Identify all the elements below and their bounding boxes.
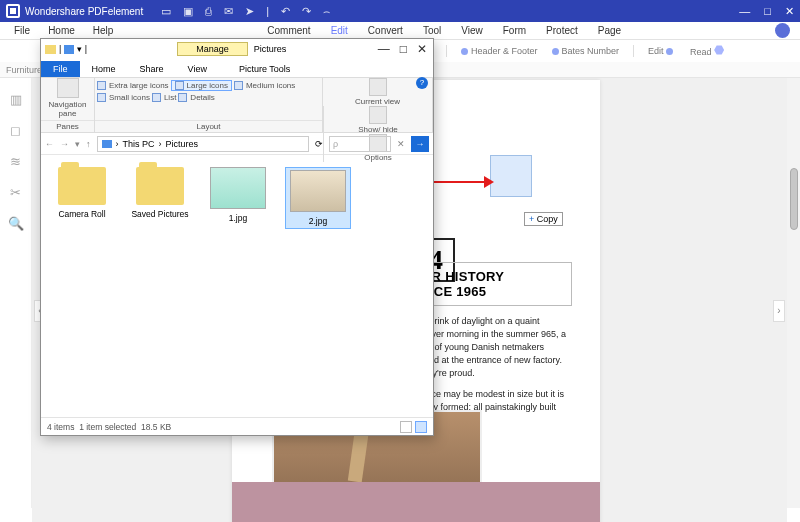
menu-comment[interactable]: Comment [267,25,310,36]
layers-icon[interactable]: ≋ [10,154,21,169]
menu-page[interactable]: Page [598,25,621,36]
status-selected: 1 item selected [79,422,136,432]
path-seg-1[interactable]: › [159,139,162,149]
nav-history-dropdown[interactable]: ▾ [75,139,80,149]
current-view-icon[interactable] [369,78,387,96]
user-avatar-icon[interactable] [775,23,790,38]
ribbon-group-panes-label: Panes [41,120,94,132]
file-item[interactable]: Saved Pictures [129,167,191,229]
tb-print-icon[interactable]: ⎙ [205,5,212,18]
path-seg-thispc[interactable]: This PC [123,139,155,149]
layout-details[interactable]: Details [178,93,214,102]
drop-preview [490,155,532,197]
explorer-search-input[interactable]: ρ [329,136,391,152]
menu-home[interactable]: Home [48,25,75,36]
menu-form[interactable]: Form [503,25,526,36]
show-hide-icon[interactable] [369,106,387,124]
window-maximize-button[interactable]: □ [764,5,771,18]
menu-edit[interactable]: Edit [331,25,348,36]
explorer-maximize-button[interactable]: □ [400,42,407,56]
layout-medium[interactable]: Medium icons [234,80,295,91]
path-seg-0[interactable]: › [116,139,119,149]
current-view-label[interactable]: Current view [355,97,400,106]
left-sidebar: ▥ ◻ ≋ ✂ 🔍 [0,78,32,508]
show-hide-label[interactable]: Show/ hide [358,125,398,134]
pink-bar [232,482,600,522]
ribbon-help-icon[interactable]: ? [416,77,428,89]
menu-protect[interactable]: Protect [546,25,578,36]
layout-extra-large[interactable]: Extra large icons [97,80,169,91]
read-toggle[interactable]: Read [690,45,724,57]
tb-redo-icon[interactable]: ↷ [302,5,311,18]
view-details-icon[interactable] [400,421,412,433]
go-button[interactable]: → [411,136,429,152]
explorer-dropdown-icon[interactable] [64,45,74,54]
file-item[interactable]: 1.jpg [207,167,269,229]
layout-list[interactable]: List [152,93,176,102]
tb-cloud-icon[interactable]: ⌢ [323,5,330,18]
next-page-button[interactable]: › [773,300,785,322]
ribbon-tab-share[interactable]: Share [128,61,176,77]
menu-convert[interactable]: Convert [368,25,403,36]
nav-up-button[interactable]: ↑ [86,139,91,149]
explorer-title-chevron: ▾ | [77,44,87,54]
file-item[interactable]: Camera Roll [51,167,113,229]
file-item-label: 2.jpg [288,216,348,226]
tb-undo-icon[interactable]: ↶ [281,5,290,18]
file-item-label: Saved Pictures [129,209,191,219]
address-path[interactable]: › This PC › Pictures [97,136,310,152]
explorer-folder-icon [45,45,56,54]
scrollbar-thumb[interactable] [790,168,798,230]
menu-file[interactable]: File [14,25,30,36]
window-minimize-button[interactable]: — [739,5,750,18]
vertical-scrollbar[interactable] [787,78,800,508]
folder-icon [58,167,106,205]
thumbnails-icon[interactable]: ▥ [10,92,22,107]
explorer-minimize-button[interactable]: — [378,42,390,56]
explorer-ribbon-tabs: File Home Share View Picture Tools [41,59,433,77]
header-footer-button[interactable]: Header & Footer [461,46,538,56]
edit-toggle[interactable]: Edit [648,46,676,56]
view-large-icon[interactable] [415,421,427,433]
explorer-location-title: Pictures [254,44,287,54]
folder-icon [136,167,184,205]
explorer-close-button[interactable]: ✕ [417,42,427,56]
navigation-pane-label[interactable]: Navigation pane [41,100,94,118]
ribbon-tab-home[interactable]: Home [80,61,128,77]
history-box: JR HISTORY NCE 1965 [417,262,572,306]
ribbon-tab-picture-tools[interactable]: Picture Tools [227,61,302,77]
explorer-body[interactable]: Camera RollSaved Pictures1.jpg2.jpg [41,155,433,415]
navigation-pane-icon[interactable] [57,78,79,98]
toolbar-separator [633,45,634,57]
tb-folder-icon[interactable]: ▭ [161,5,171,18]
menu-view[interactable]: View [461,25,483,36]
attachment-icon[interactable]: ✂ [10,185,21,200]
refresh-button[interactable]: ⟳ [315,139,323,149]
explorer-titlebar[interactable]: | ▾ | Manage Pictures — □ ✕ [41,39,433,59]
status-count: 4 items [47,422,74,432]
toolbar-separator [446,45,447,57]
menu-help[interactable]: Help [93,25,114,36]
nav-back-button[interactable]: ← [45,139,54,149]
search-icon[interactable]: 🔍 [8,216,24,231]
tb-send-icon[interactable]: ➤ [245,5,254,18]
ribbon-tab-file[interactable]: File [41,61,80,77]
menu-tool[interactable]: Tool [423,25,441,36]
ribbon-tab-view[interactable]: View [176,61,219,77]
explorer-manage-tab[interactable]: Manage [177,42,248,56]
file-item-label: Camera Roll [51,209,113,219]
search-clear-button[interactable]: ✕ [397,139,405,149]
nav-forward-button[interactable]: → [60,139,69,149]
tb-save-icon[interactable]: ▣ [183,5,193,18]
layout-small[interactable]: Small icons [97,93,150,102]
path-icon [102,140,112,148]
file-item[interactable]: 2.jpg [285,167,351,229]
file-explorer-window: | ▾ | Manage Pictures — □ ✕ File Home Sh… [40,38,434,436]
layout-large[interactable]: Large icons [171,80,232,91]
tb-email-icon[interactable]: ✉ [224,5,233,18]
bookmark-icon[interactable]: ◻ [10,123,21,138]
window-close-button[interactable]: ✕ [785,5,794,18]
path-seg-pictures[interactable]: Pictures [166,139,199,149]
bates-number-button[interactable]: Bates Number [552,46,620,56]
annotation-arrow-head [484,176,494,188]
